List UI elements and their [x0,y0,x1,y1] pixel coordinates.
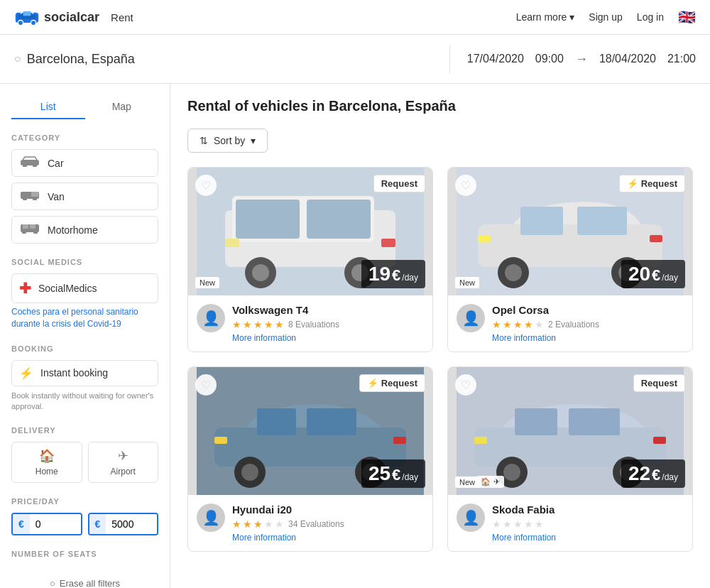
svg-rect-13 [23,224,28,229]
car-image-wrap: ♡ Request New 19 € /day [188,168,432,295]
location-section[interactable]: ○ Barcelona, España [14,52,432,67]
bolt-icon: ⚡ [19,366,33,380]
svg-point-1 [18,21,23,26]
home-badge-icon: 🏠 [481,477,491,486]
evaluations: 34 Evaluations [288,519,344,529]
social-medics-text: SocialMedics [38,283,97,294]
star-1: ★ [492,319,501,330]
date-from[interactable]: 17/04/2020 [467,53,524,65]
delivery-home[interactable]: 🏠 Home [11,442,82,483]
svg-rect-51 [569,408,620,435]
request-badge: ⚡ Request [359,374,425,392]
svg-rect-36 [478,235,491,242]
nav-rent[interactable]: Rent [111,11,133,23]
car-grid: ♡ Request New 19 € /day 👤 Volkswagen T4 … [187,167,693,552]
stars: ★★★★★34 Evaluations [232,518,424,530]
category-car-label: Car [48,158,64,169]
category-filter: CATEGORY Car Van Motorhome [11,134,158,244]
price-day: /day [662,273,678,283]
car-info: 👤 Volkswagen T4 ★★★★★8 Evaluations More … [188,295,432,352]
car-icon [19,156,40,170]
svg-rect-26 [225,239,239,247]
svg-rect-37 [650,235,662,242]
category-label: CATEGORY [11,134,158,142]
svg-rect-47 [393,437,406,444]
price-value: 25 [368,462,390,485]
avatar: 👤 [457,503,485,532]
airplane-icon: ✈ [118,448,129,464]
time-to[interactable]: 21:00 [667,53,696,65]
instant-booking-option[interactable]: ⚡ Instant booking [11,360,158,386]
star-2: ★ [503,518,512,530]
favorite-button[interactable]: ♡ [195,374,217,396]
svg-point-43 [241,464,258,481]
price-euro-sym: € [392,266,400,285]
favorite-button[interactable]: ♡ [455,374,476,396]
dates-section: 17/04/2020 09:00 → 18/04/2020 21:00 [467,52,696,67]
svg-rect-9 [31,192,38,197]
svg-rect-57 [653,437,666,444]
category-car[interactable]: Car [11,149,158,177]
logo[interactable]: socialcar [14,7,99,27]
avatar: 👤 [457,304,485,332]
more-info-link[interactable]: More information [492,533,684,543]
motorhome-icon [19,222,40,237]
price-min-group: € [11,513,82,535]
star-1: ★ [232,518,241,530]
sign-up-link[interactable]: Sign up [589,11,622,23]
social-medics-link[interactable]: Coches para el personal sanitario durant… [11,306,158,330]
avatar: 👤 [197,304,225,332]
star-3: ★ [513,319,523,330]
car-details: Opel Corsa ★★★★★2 Evaluations More infor… [492,304,684,343]
main-content: Rental of vehicles in Barcelona, España … [170,84,710,588]
new-badge: New [455,277,479,288]
category-motorhome[interactable]: Motorhome [11,216,158,244]
time-from[interactable]: 09:00 [535,53,564,65]
request-badge: ⚡ Request [619,175,685,192]
svg-rect-41 [307,408,356,435]
bolt-badge-icon: ⚡ [627,178,638,189]
tab-list[interactable]: List [11,95,85,119]
language-flag[interactable]: 🇬🇧 [678,9,696,26]
car-image-wrap: ♡ ⚡ Request New 20 € /day [448,168,692,295]
delivery-home-label: Home [36,467,58,477]
bolt-badge-icon: ⚡ [367,378,378,388]
favorite-button[interactable]: ♡ [455,175,476,196]
date-to[interactable]: 18/04/2020 [599,53,656,65]
price-max-euro: € [89,514,106,534]
social-medics-option[interactable]: ✚ SocialMedics [11,273,158,303]
tab-map[interactable]: Map [85,95,159,119]
more-info-link[interactable]: More information [232,533,424,543]
star-1: ★ [492,518,501,530]
svg-rect-46 [214,437,227,444]
chevron-down-icon: ▾ [569,11,574,23]
svg-rect-40 [257,408,296,435]
price-badge: 25 € /day [361,459,425,488]
price-min-input[interactable] [30,514,81,534]
svg-rect-20 [236,200,300,239]
favorite-button[interactable]: ♡ [195,175,217,196]
delivery-airport[interactable]: ✈ Airport [88,442,159,483]
svg-point-53 [503,464,520,481]
sort-button[interactable]: ⇅ Sort by ▾ [187,129,268,153]
learn-more-link[interactable]: Learn more ▾ [516,11,575,23]
avatar: 👤 [197,503,225,532]
category-van[interactable]: Van [11,183,158,210]
price-day: /day [402,273,418,283]
price-value: 22 [628,462,650,485]
star-3: ★ [253,319,263,330]
log-in-link[interactable]: Log in [637,11,664,23]
svg-rect-21 [307,200,371,239]
evaluations: 8 Evaluations [288,320,339,330]
more-info-link[interactable]: More information [492,333,684,343]
seats-label: NUMBER OF SEATS [11,550,158,558]
booking-filter: BOOKING ⚡ Instant booking Book instantly… [11,344,158,413]
more-info-link[interactable]: More information [232,333,424,343]
sort-chevron-icon: ▾ [251,135,256,146]
price-max-input[interactable] [106,514,157,534]
booking-note: Book instantly without waiting for owner… [11,391,158,413]
new-badge: New [455,477,479,488]
star-2: ★ [243,319,252,330]
star-4: ★ [264,518,273,530]
erase-filters-button[interactable]: ○ Erase all filters [11,572,158,588]
